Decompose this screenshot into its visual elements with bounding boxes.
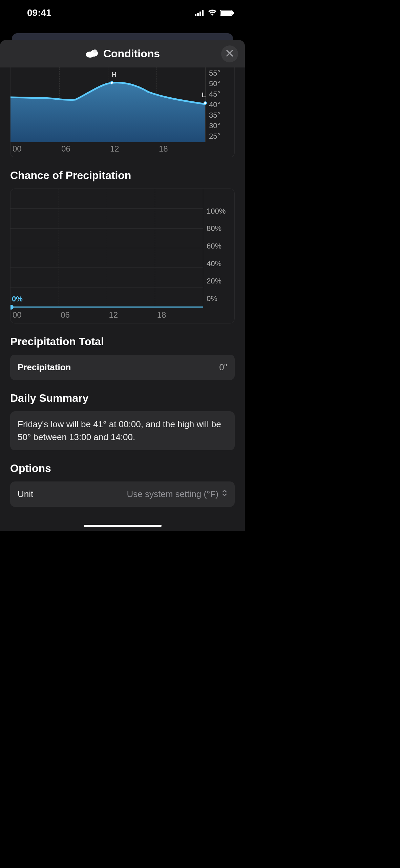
- high-marker-label: H: [112, 71, 117, 79]
- ytick: 60%: [207, 242, 234, 251]
- temperature-chart[interactable]: H L 55° 50° 45° 40° 35° 30° 25° 00 06: [10, 67, 235, 157]
- xtick: 06: [59, 144, 108, 154]
- ytick: 100%: [207, 207, 234, 216]
- precipitation-total-label: Precipitation: [18, 362, 71, 373]
- low-marker-label: L: [202, 91, 206, 99]
- ytick: 40°: [209, 100, 234, 109]
- svg-point-9: [93, 50, 97, 53]
- cell-signal-icon: [195, 9, 205, 16]
- xtick: 12: [107, 310, 155, 320]
- close-button[interactable]: [221, 45, 238, 62]
- temperature-xaxis: 00 06 12 18: [10, 142, 234, 157]
- high-marker-dot: [110, 81, 113, 84]
- modal-title: Conditions: [103, 47, 160, 60]
- options-title: Options: [10, 462, 235, 475]
- xtick: 12: [108, 144, 157, 154]
- home-indicator[interactable]: [84, 525, 162, 527]
- low-marker-dot: [204, 101, 207, 105]
- ytick: 55°: [209, 69, 234, 78]
- precipitation-xaxis: 00 06 12 18: [10, 308, 234, 323]
- ytick: 45°: [209, 90, 234, 99]
- ytick: 30°: [209, 121, 234, 130]
- svg-rect-0: [195, 14, 196, 16]
- status-bar: 09:41: [0, 0, 245, 24]
- precipitation-total-row: Precipitation 0": [10, 355, 235, 380]
- daily-summary-title: Daily Summary: [10, 392, 235, 405]
- unit-value: Use system setting (°F): [127, 489, 218, 499]
- ytick: 20%: [207, 277, 234, 285]
- cloud-icon: [85, 48, 99, 59]
- svg-rect-2: [199, 12, 201, 16]
- current-precip-label: 0%: [12, 295, 23, 303]
- unit-option-row[interactable]: Unit Use system setting (°F): [10, 481, 235, 507]
- ytick: 25°: [209, 132, 234, 141]
- precipitation-yaxis: 100% 80% 60% 40% 20% 0%: [203, 189, 234, 308]
- precipitation-chart[interactable]: 0% 100% 80% 60% 40% 20% 0% 00 06 12 18: [10, 189, 235, 323]
- battery-icon: [220, 9, 235, 16]
- status-icons: [195, 9, 235, 16]
- precipitation-total-value: 0": [219, 362, 227, 373]
- temperature-yaxis: 55° 50° 45° 40° 35° 30° 25°: [206, 67, 234, 142]
- svg-rect-1: [197, 13, 199, 16]
- precipitation-line: [10, 307, 203, 308]
- ytick: 80%: [207, 224, 234, 233]
- modal-header: Conditions: [0, 40, 245, 67]
- ytick: 0%: [207, 294, 234, 303]
- ytick: 50°: [209, 79, 234, 88]
- ytick: 40%: [207, 259, 234, 268]
- xtick: 18: [155, 310, 203, 320]
- xtick: 00: [10, 310, 59, 320]
- ytick: 35°: [209, 111, 234, 120]
- svg-rect-3: [202, 10, 204, 16]
- svg-rect-5: [221, 11, 232, 15]
- xtick: 06: [59, 310, 107, 320]
- precipitation-chance-title: Chance of Precipitation: [10, 169, 235, 182]
- status-time: 09:41: [10, 7, 51, 18]
- close-icon: [226, 50, 233, 58]
- chevron-updown-icon: [222, 489, 227, 499]
- unit-label: Unit: [18, 489, 33, 499]
- xtick: 00: [10, 144, 59, 154]
- conditions-modal: Conditions: [0, 40, 245, 531]
- daily-summary-text: Friday's low will be 41° at 00:00, and t…: [10, 411, 235, 450]
- wifi-icon: [208, 9, 217, 16]
- xtick: 18: [157, 144, 206, 154]
- precipitation-total-title: Precipitation Total: [10, 335, 235, 348]
- svg-rect-6: [233, 12, 234, 14]
